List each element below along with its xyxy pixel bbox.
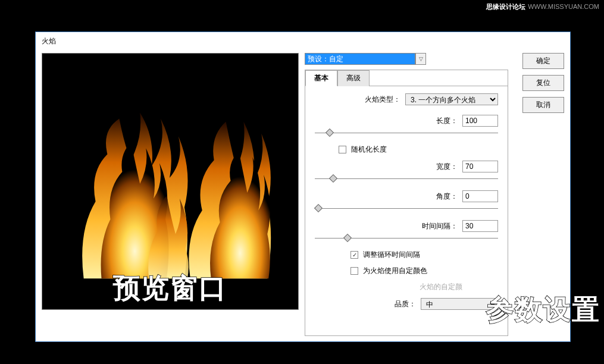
preset-dropdown-button[interactable]: ▽ xyxy=(415,53,426,65)
ok-button[interactable]: 确定 xyxy=(522,53,564,69)
preview-overlay-label: 预览窗口 xyxy=(113,270,227,307)
width-slider[interactable] xyxy=(315,175,498,182)
interval-slider[interactable] xyxy=(315,234,498,241)
chevron-down-icon: ▽ xyxy=(419,56,423,62)
width-label: 宽度： xyxy=(436,162,458,172)
randomize-length-checkbox[interactable] xyxy=(339,146,346,153)
custom-color-label: 为火焰使用自定颜色 xyxy=(363,266,427,276)
interval-input[interactable] xyxy=(462,220,498,232)
tab-advanced[interactable]: 高级 xyxy=(337,70,370,86)
adjust-loop-checkbox[interactable] xyxy=(350,251,358,259)
preview-panel: 预览窗口 xyxy=(42,53,299,310)
flame-type-label: 火焰类型： xyxy=(365,95,400,105)
custom-color-disabled-label: 火焰的自定颜 xyxy=(315,282,462,292)
flame-type-select[interactable]: 3. 一个方向多个火焰 xyxy=(405,93,498,105)
width-input[interactable] xyxy=(462,161,498,172)
dialog-title: 火焰 xyxy=(36,32,570,50)
angle-slider[interactable] xyxy=(315,205,498,212)
preset-select[interactable]: 预设：自定 xyxy=(305,53,415,65)
length-input[interactable] xyxy=(462,115,498,127)
tab-basic[interactable]: 基本 xyxy=(305,70,337,86)
randomize-length-label: 随机化长度 xyxy=(351,145,387,155)
params-overlay-label: 参数设置 xyxy=(486,291,600,328)
interval-label: 时间间隔： xyxy=(422,221,458,231)
params-panel: 基本 高级 火焰类型： 3. 一个方向多个火焰 长度： xyxy=(305,70,508,336)
cancel-button[interactable]: 取消 xyxy=(522,97,564,113)
angle-input[interactable] xyxy=(462,190,498,202)
length-label: 长度： xyxy=(436,116,458,126)
adjust-loop-label: 调整循环时间间隔 xyxy=(363,250,420,260)
reset-button[interactable]: 复位 xyxy=(522,75,564,91)
watermark: 思缘设计论坛WWW.MISSYUAN.COM xyxy=(486,2,599,11)
quality-label: 品质： xyxy=(395,299,416,309)
length-slider[interactable] xyxy=(315,129,498,136)
angle-label: 角度： xyxy=(436,192,458,202)
custom-color-checkbox[interactable] xyxy=(350,267,358,275)
